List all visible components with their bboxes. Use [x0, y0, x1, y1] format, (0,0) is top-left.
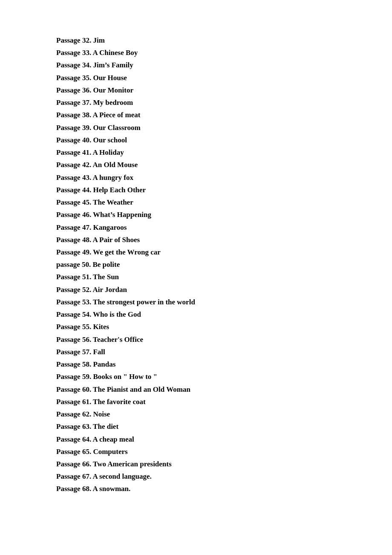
list-item[interactable]: Passage 54. Who is the God: [56, 308, 341, 321]
list-item[interactable]: Passage 38. A Piece of meat: [56, 109, 341, 121]
list-item[interactable]: Passage 59. Books on " How to ": [56, 370, 341, 383]
list-item[interactable]: Passage 56. Teacher's Office: [56, 333, 341, 346]
list-item[interactable]: Passage 58. Pandas: [56, 358, 341, 370]
list-item[interactable]: Passage 41. A Holiday: [56, 146, 341, 159]
list-item[interactable]: Passage 33. A Chinese Boy: [56, 46, 341, 59]
list-item[interactable]: Passage 63. The diet: [56, 420, 341, 433]
list-item[interactable]: Passage 32. Jim: [56, 34, 341, 46]
list-item[interactable]: Passage 35. Our House: [56, 72, 341, 84]
list-item[interactable]: Passage 65. Computers: [56, 445, 341, 458]
list-item[interactable]: Passage 49. We get the Wrong car: [56, 246, 341, 258]
list-item[interactable]: Passage 43. A hungry fox: [56, 171, 341, 184]
list-item[interactable]: Passage 45. The Weather: [56, 196, 341, 208]
list-item[interactable]: passage 50. Be polite: [56, 258, 341, 271]
list-item[interactable]: Passage 64. A cheap meal: [56, 433, 341, 445]
list-item[interactable]: Passage 37. My bedroom: [56, 96, 341, 109]
list-item[interactable]: Passage 53. The strongest power in the w…: [56, 296, 341, 308]
list-item[interactable]: Passage 57. Fall: [56, 346, 341, 358]
list-item[interactable]: Passage 36. Our Monitor: [56, 84, 341, 96]
list-item[interactable]: Passage 60. The Pianist and an Old Woman: [56, 383, 341, 396]
list-item[interactable]: Passage 66. Two American presidents: [56, 458, 341, 470]
list-item[interactable]: Passage 44. Help Each Other: [56, 184, 341, 196]
list-item[interactable]: Passage 62. Noise: [56, 408, 341, 420]
list-item[interactable]: Passage 52. Air Jordan: [56, 283, 341, 296]
list-item[interactable]: Passage 40. Our school: [56, 134, 341, 146]
list-item[interactable]: Passage 47. Kangaroos: [56, 221, 341, 234]
list-item[interactable]: Passage 55. Kites: [56, 321, 341, 333]
list-item[interactable]: Passage 51. The Sun: [56, 271, 341, 283]
list-item[interactable]: Passage 61. The favorite coat: [56, 396, 341, 408]
list-item[interactable]: Passage 34. Jim’s Family: [56, 59, 341, 71]
list-item[interactable]: Passage 46. What’s Happening: [56, 208, 341, 221]
list-item[interactable]: Passage 67. A second language.: [56, 470, 341, 483]
passage-list: Passage 32. JimPassage 33. A Chinese Boy…: [56, 34, 341, 495]
list-item[interactable]: Passage 39. Our Classroom: [56, 121, 341, 134]
list-item[interactable]: Passage 48. A Pair of Shoes: [56, 234, 341, 246]
list-item[interactable]: Passage 42. An Old Mouse: [56, 159, 341, 171]
list-item[interactable]: Passage 68. A snowman.: [56, 483, 341, 495]
